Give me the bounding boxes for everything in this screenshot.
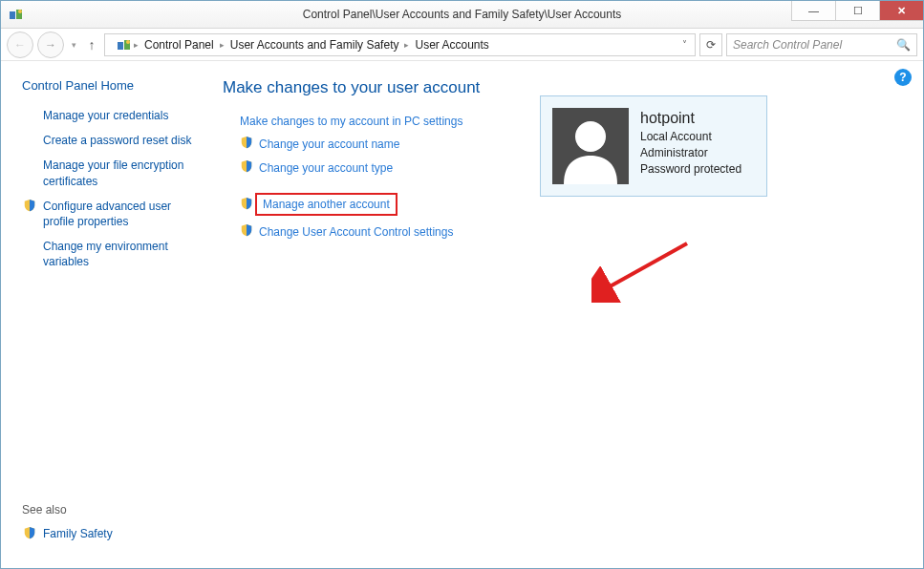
search-placeholder: Search Control Panel	[733, 38, 842, 52]
titlebar: Control Panel\User Accounts and Family S…	[1, 1, 923, 29]
window-title: Control Panel\User Accounts and Family S…	[1, 8, 923, 21]
link-label: Change your account name	[259, 137, 399, 151]
sidebar-item-label: Create a password reset disk	[43, 133, 196, 148]
sidebar-item-label: Manage your file encryption certificates	[43, 158, 196, 188]
sidebar-item-env-variables[interactable]: Change my environment variables	[22, 239, 196, 269]
sidebar-item-label: Configure advanced user profile properti…	[43, 199, 196, 229]
chevron-right-icon: ▸	[404, 40, 409, 50]
sidebar-item-family-safety[interactable]: Family Safety	[22, 526, 196, 541]
svg-rect-3	[118, 42, 123, 50]
control-panel-title-icon	[9, 7, 24, 22]
shield-icon	[240, 136, 253, 152]
see-also-label: See also	[22, 503, 196, 516]
back-button[interactable]: ←	[7, 32, 33, 58]
link-label: Manage another account	[255, 193, 398, 216]
breadcrumb-control-panel[interactable]: Control Panel	[140, 36, 218, 53]
search-input[interactable]: Search Control Panel 🔍	[726, 33, 917, 56]
breadcrumb-dropdown[interactable]: ˅	[682, 39, 691, 50]
account-type: Local Account	[640, 129, 741, 145]
link-change-uac-settings[interactable]: Change User Account Control settings	[223, 223, 906, 240]
window-controls: — ☐ ✕	[791, 1, 923, 21]
chevron-right-icon: ▸	[220, 40, 225, 50]
account-name: hotpoint	[640, 108, 741, 129]
sidebar-item-label: Change my environment variables	[43, 239, 196, 269]
link-label: Make changes to my account in PC setting…	[240, 115, 462, 128]
content-area: ? Control Panel Home Manage your credent…	[1, 61, 923, 568]
arrow-right-icon: →	[45, 38, 56, 52]
breadcrumb-user-accounts[interactable]: User Accounts	[411, 36, 492, 53]
shield-icon	[240, 159, 253, 176]
account-card[interactable]: hotpoint Local Account Administrator Pas…	[540, 95, 767, 197]
up-button[interactable]: ↑	[83, 37, 100, 53]
svg-point-7	[575, 121, 606, 152]
svg-point-5	[126, 40, 130, 44]
sidebar-item-label: Manage your credentials	[43, 108, 196, 123]
maximize-icon: ☐	[853, 6, 863, 16]
shield-icon	[240, 197, 253, 213]
link-label: Change User Account Control settings	[259, 225, 453, 239]
minimize-icon: —	[808, 6, 819, 16]
control-panel-breadcrumb-icon	[117, 37, 132, 53]
arrow-left-icon: ←	[14, 38, 26, 52]
sidebar-item-password-reset-disk[interactable]: Create a password reset disk	[22, 133, 196, 148]
sidebar-item-manage-credentials[interactable]: Manage your credentials	[22, 108, 196, 123]
minimize-button[interactable]: —	[791, 1, 835, 21]
close-icon: ✕	[897, 6, 906, 16]
svg-point-2	[18, 10, 22, 13]
account-password-status: Password protected	[640, 161, 741, 178]
maximize-button[interactable]: ☐	[835, 1, 879, 21]
history-dropdown[interactable]: ▾	[68, 40, 79, 50]
chevron-right-icon: ▸	[134, 40, 139, 50]
search-icon: 🔍	[896, 38, 911, 52]
forward-button[interactable]: →	[37, 32, 64, 58]
sidebar-bottom: See also Family Safety	[22, 503, 196, 551]
close-button[interactable]: ✕	[879, 1, 923, 21]
svg-rect-0	[10, 11, 15, 19]
sidebar-item-label: Family Safety	[43, 526, 196, 541]
annotation-arrow	[591, 236, 697, 303]
avatar	[552, 108, 629, 184]
control-panel-home-link[interactable]: Control Panel Home	[22, 78, 196, 93]
account-role: Administrator	[640, 145, 741, 161]
shield-icon	[22, 199, 37, 212]
main-links-group-bottom: Manage another account Change User Accou…	[223, 193, 906, 240]
page-heading: Make changes to your user account	[223, 78, 906, 97]
navbar: ← → ▾ ↑ ▸ Control Panel ▸ User Accounts …	[1, 29, 923, 61]
sidebar-item-file-encryption[interactable]: Manage your file encryption certificates	[22, 158, 196, 188]
link-label: Change your account type	[259, 161, 393, 175]
svg-line-8	[605, 243, 687, 289]
refresh-icon: ⟳	[706, 38, 716, 52]
sidebar-item-advanced-profile[interactable]: Configure advanced user profile properti…	[22, 199, 196, 229]
refresh-button[interactable]: ⟳	[699, 33, 722, 56]
main-panel: Make changes to your user account Make c…	[209, 61, 923, 568]
shield-icon	[22, 526, 37, 539]
breadcrumb[interactable]: ▸ Control Panel ▸ User Accounts and Fami…	[104, 33, 696, 56]
account-info: hotpoint Local Account Administrator Pas…	[640, 108, 741, 184]
breadcrumb-user-accounts-family-safety[interactable]: User Accounts and Family Safety	[226, 36, 403, 53]
shield-icon	[240, 223, 253, 240]
sidebar: Control Panel Home Manage your credentia…	[1, 61, 209, 568]
